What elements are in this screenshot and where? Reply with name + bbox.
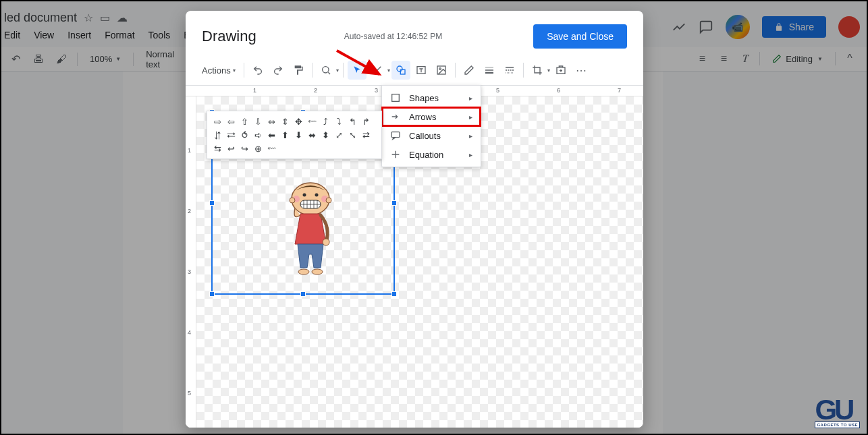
arrow-shape[interactable]: ⮃	[211, 129, 223, 141]
chevron-right-icon: ▸	[469, 94, 472, 102]
menu-item-equation[interactable]: Equation ▸	[382, 145, 481, 164]
arrow-shape[interactable]: ⇨	[211, 115, 223, 127]
arrow-shape[interactable]: ↰	[346, 115, 358, 127]
arrow-shape[interactable]: ↱	[360, 115, 372, 127]
arrow-shape[interactable]: ⬌	[306, 129, 318, 141]
arrow-shape[interactable]: ↩	[225, 142, 237, 154]
resize-handle[interactable]	[209, 291, 215, 297]
border-color-icon[interactable]	[460, 61, 479, 80]
arrow-shape[interactable]: ⤢	[333, 129, 345, 141]
arrow-shape[interactable]: ⮂	[225, 129, 237, 141]
annotation-arrow	[333, 47, 387, 81]
svg-point-5	[439, 68, 441, 70]
svg-point-12	[315, 194, 319, 197]
callout-icon	[390, 130, 401, 141]
svg-rect-19	[391, 132, 400, 138]
autosave-text: Auto-saved at 12:46:52 PM	[344, 32, 533, 41]
resize-handle[interactable]	[391, 200, 397, 206]
shape-menu: Shapes ▸ Arrows ▸ Callouts ▸ Equation ▸	[381, 85, 481, 167]
arrow-shape[interactable]: ⇔	[265, 115, 277, 127]
arrow-shape[interactable]: ⇄	[360, 129, 372, 141]
image-icon[interactable]	[432, 61, 451, 80]
replace-image-icon[interactable]	[551, 61, 570, 80]
more-icon[interactable]: ⋯	[572, 61, 591, 80]
arrow-shape[interactable]: ⬳	[265, 142, 277, 154]
shapes-icon	[390, 92, 401, 103]
arrow-shape[interactable]: ⤵	[333, 115, 345, 127]
svg-point-17	[323, 239, 329, 245]
arrow-shape[interactable]: ➪	[252, 129, 264, 141]
arrow-shape[interactable]: ⤴	[319, 115, 331, 127]
svg-point-16	[312, 269, 323, 274]
paint-format-icon[interactable]	[289, 61, 308, 80]
menu-item-shapes[interactable]: Shapes ▸	[382, 88, 481, 107]
cartoon-image[interactable]	[280, 180, 341, 288]
undo-icon[interactable]	[248, 61, 267, 80]
redo-icon[interactable]	[269, 61, 288, 80]
border-weight-icon[interactable]	[480, 61, 499, 80]
arrow-shape[interactable]: ⇦	[225, 115, 237, 127]
modal-header: Drawing Auto-saved at 12:46:52 PM Save a…	[186, 11, 643, 58]
save-and-close-button[interactable]: Save and Close	[533, 24, 627, 49]
arrow-shape[interactable]: ⬆	[279, 129, 291, 141]
svg-point-15	[298, 269, 309, 274]
arrow-icon	[390, 111, 401, 122]
chevron-right-icon: ▸	[469, 132, 472, 140]
arrow-shape[interactable]: ⇕	[279, 115, 291, 127]
arrow-shape[interactable]: ↪	[238, 142, 250, 154]
watermark: GU GADGETS TO USE	[815, 399, 860, 428]
actions-dropdown[interactable]: Actions▾	[198, 63, 240, 78]
arrow-shape[interactable]: ✥	[292, 115, 304, 127]
svg-point-0	[322, 67, 328, 73]
svg-rect-2	[400, 69, 405, 74]
arrow-shape[interactable]: ⬅	[265, 129, 277, 141]
border-dash-icon[interactable]	[500, 61, 519, 80]
resize-handle[interactable]	[300, 291, 306, 297]
shape-tool-icon[interactable]	[391, 61, 410, 80]
svg-point-1	[397, 66, 402, 71]
menu-item-arrows[interactable]: Arrows ▸	[382, 107, 481, 126]
arrow-shape[interactable]: ⇆	[211, 142, 223, 154]
menu-item-callouts[interactable]: Callouts ▸	[382, 126, 481, 145]
arrows-panel: ⇨ ⇦ ⇧ ⇩ ⇔ ⇕ ✥ ⬳ ⤴ ⤵ ↰ ↱ ⮃ ⮂ ⥀ ➪ ⬅ ⬆ ⬇ ⬌ …	[207, 111, 382, 159]
svg-rect-18	[392, 94, 400, 102]
arrow-shape[interactable]: ⬇	[292, 129, 304, 141]
svg-point-11	[303, 194, 306, 197]
arrow-shape[interactable]: ⇩	[252, 115, 264, 127]
resize-handle[interactable]	[391, 291, 397, 297]
arrow-shape[interactable]: ⤡	[346, 129, 358, 141]
arrow-shape[interactable]: ⇧	[238, 115, 250, 127]
arrow-shape[interactable]: ⬍	[319, 129, 331, 141]
svg-point-14	[326, 198, 331, 203]
equation-icon	[390, 149, 401, 160]
resize-handle[interactable]	[209, 200, 215, 206]
ruler-vertical: 1 2 3 4 5	[186, 96, 196, 428]
arrow-shape[interactable]: ⥀	[238, 129, 250, 141]
crop-dropdown[interactable]: ▾	[528, 61, 550, 80]
drawing-toolbar: Actions▾ ▾ ▾ ▾ ⋯	[186, 58, 643, 86]
chevron-right-icon: ▸	[469, 113, 472, 121]
text-box-icon[interactable]	[412, 61, 431, 80]
chevron-right-icon: ▸	[469, 151, 472, 158]
drawing-modal: Drawing Auto-saved at 12:46:52 PM Save a…	[186, 11, 643, 428]
arrow-shape[interactable]: ⊕	[252, 142, 264, 154]
arrow-shape[interactable]: ⬳	[306, 115, 318, 127]
svg-line-20	[337, 51, 379, 74]
svg-point-13	[290, 198, 295, 203]
modal-title: Drawing	[202, 28, 256, 45]
